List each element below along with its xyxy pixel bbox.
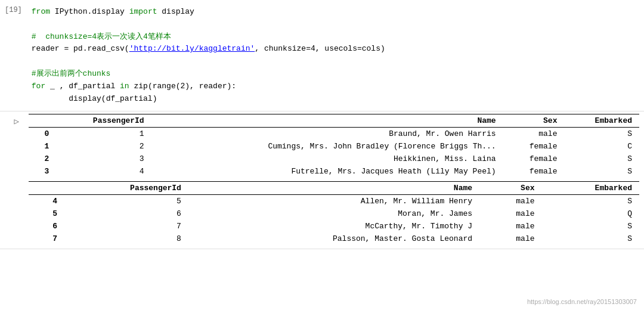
cell-embarked: S — [542, 232, 640, 245]
var-reader: reader — [32, 44, 60, 53]
cell-passengerid: 1 — [56, 128, 151, 141]
cell-sex: female — [503, 140, 565, 153]
cell-passengerid: 2 — [56, 140, 151, 153]
th-sex-2: Sex — [479, 182, 541, 195]
output-cell: ▷ PassengerId Name Sex Embarked 0 — [0, 111, 644, 249]
code-line-1: from IPython.display import display — [32, 6, 639, 18]
comment-text-1: # chunksize=4表示一次读入4笔样本 — [32, 32, 171, 41]
keyword-from: from — [32, 7, 50, 16]
comment-text-2: #展示出前两个chunks — [32, 69, 111, 78]
th-embarked-2: Embarked — [542, 182, 640, 195]
cell-name: Braund, Mr. Owen Harris — [151, 128, 503, 141]
cell-passengerid: 5 — [64, 195, 188, 208]
cell-embarked: S — [542, 195, 640, 208]
cell-sex: male — [479, 232, 541, 245]
dataframe-table-2: PassengerId Name Sex Embarked 4 5 Allen,… — [29, 181, 639, 245]
table-row: 5 6 Moran, Mr. James male Q — [29, 207, 639, 220]
output-arrow-icon: ▷ — [14, 113, 19, 126]
th-sex-1: Sex — [503, 114, 565, 128]
dataframe-table-1: PassengerId Name Sex Embarked 0 1 Braund… — [29, 114, 639, 178]
table-row: 7 8 Palsson, Master. Gosta Leonard male … — [29, 232, 639, 245]
keyword-for: for — [32, 82, 45, 91]
cell-embarked: S — [564, 165, 639, 178]
keyword-in: in — [120, 82, 129, 91]
code-line-display: display(df_partial) — [32, 93, 639, 106]
cell-sex: male — [479, 195, 541, 208]
row-idx: 0 — [29, 128, 56, 141]
code-line-blank2 — [32, 55, 639, 68]
table-row: 1 2 Cumings, Mrs. John Bradley (Florence… — [29, 140, 639, 153]
code-line-blank — [32, 18, 639, 31]
cell-embarked: Q — [542, 207, 640, 220]
cell-passengerid: 3 — [56, 153, 151, 165]
th-embarked-1: Embarked — [564, 114, 639, 128]
th-name-1: Name — [151, 114, 503, 128]
cell-embarked: S — [564, 153, 639, 165]
row-idx: 3 — [29, 165, 56, 178]
loop-iter: zip(range(2), reader): — [134, 82, 236, 91]
tables-container: PassengerId Name Sex Embarked 0 1 Braund… — [29, 114, 639, 246]
table-row: 4 5 Allen, Mr. William Henry male S — [29, 195, 639, 208]
table1-header-row: PassengerId Name Sex Embarked — [29, 114, 639, 128]
th-name-2: Name — [188, 182, 479, 195]
table2-header-row: PassengerId Name Sex Embarked — [29, 182, 639, 195]
func-read-csv: pd.read_csv( — [73, 44, 129, 53]
row-idx: 7 — [29, 232, 64, 245]
module-name: IPython.display — [55, 7, 129, 16]
equals: = — [64, 44, 73, 53]
cell-sex: female — [503, 165, 565, 178]
table-row: 6 7 McCarthy, Mr. Timothy J male S — [29, 220, 639, 232]
cell-name: Allen, Mr. William Henry — [188, 195, 479, 208]
code-cell: [19] from IPython.display import display… — [0, 0, 644, 111]
cell-sex: male — [503, 128, 565, 141]
cell-passengerid: 8 — [64, 232, 188, 245]
th-index-2 — [29, 182, 64, 195]
display-call: display(df_partial) — [32, 94, 157, 103]
import-target: display — [162, 7, 194, 16]
csv-url[interactable]: 'http://bit.ly/kaggletrain' — [129, 44, 255, 53]
csv-params: , chunksize=4, usecols=cols) — [255, 44, 385, 53]
cell-name: Heikkinen, Miss. Laina — [151, 153, 503, 165]
cell-sex: female — [503, 153, 565, 165]
output-label: ▷ — [0, 111, 24, 249]
cell-name: Cumings, Mrs. John Bradley (Florence Bri… — [151, 140, 503, 153]
code-line-comment1: # chunksize=4表示一次读入4笔样本 — [32, 31, 639, 44]
cell-passengerid: 6 — [64, 207, 188, 220]
code-content: from IPython.display import display # ch… — [27, 5, 644, 106]
cell-embarked: S — [542, 220, 640, 232]
cell-label: [19] — [0, 5, 27, 106]
cell-embarked: S — [564, 128, 639, 141]
table-row: 3 4 Futrelle, Mrs. Jacques Heath (Lily M… — [29, 165, 639, 178]
cell-name: Palsson, Master. Gosta Leonard — [188, 232, 479, 245]
row-idx: 1 — [29, 140, 56, 153]
cell-sex: male — [479, 220, 541, 232]
watermark: https://blog.csdn.net/ray20151303007 — [527, 298, 637, 305]
cell-embarked: C — [564, 140, 639, 153]
row-idx: 5 — [29, 207, 64, 220]
cell-passengerid: 4 — [56, 165, 151, 178]
cell-name: Moran, Mr. James — [188, 207, 479, 220]
loop-var: _ , df_partial — [50, 82, 120, 91]
row-idx: 2 — [29, 153, 56, 165]
table-row: 0 1 Braund, Mr. Owen Harris male S — [29, 128, 639, 141]
th-index-1 — [29, 114, 56, 128]
row-idx: 6 — [29, 220, 64, 232]
th-passengerid-1: PassengerId — [56, 114, 151, 128]
row-idx: 4 — [29, 195, 64, 208]
code-line-comment2: #展示出前两个chunks — [32, 68, 639, 80]
output-content: PassengerId Name Sex Embarked 0 1 Braund… — [24, 111, 644, 249]
cell-passengerid: 7 — [64, 220, 188, 232]
cell-sex: male — [479, 207, 541, 220]
code-line-for: for _ , df_partial in zip(range(2), read… — [32, 80, 639, 93]
code-line-reader: reader = pd.read_csv('http://bit.ly/kagg… — [32, 43, 639, 55]
cell-name: Futrelle, Mrs. Jacques Heath (Lily May P… — [151, 165, 503, 178]
cell-name: McCarthy, Mr. Timothy J — [188, 220, 479, 232]
keyword-import: import — [129, 7, 157, 16]
th-passengerid-2: PassengerId — [64, 182, 188, 195]
table-row: 2 3 Heikkinen, Miss. Laina female S — [29, 153, 639, 165]
